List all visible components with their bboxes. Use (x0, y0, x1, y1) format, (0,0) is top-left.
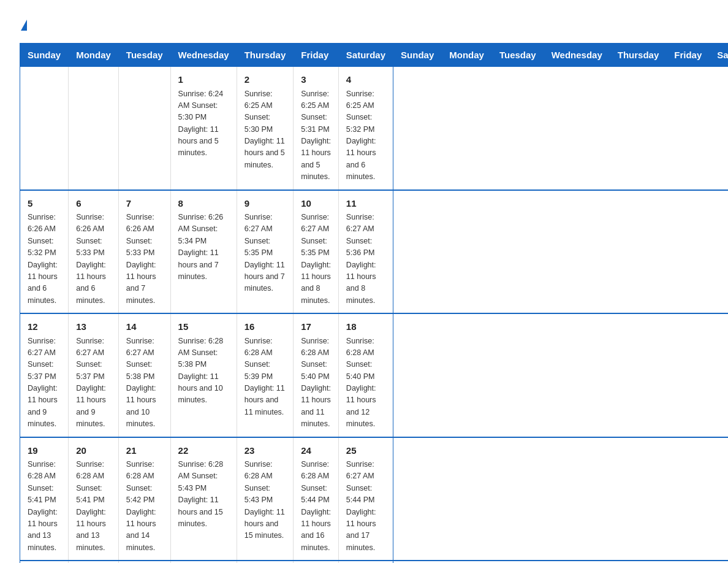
day-number: 23 (245, 444, 286, 458)
day-number: 7 (126, 197, 163, 211)
day-info: Sunrise: 6:27 AM Sunset: 5:36 PM Dayligh… (346, 212, 385, 307)
day-info: Sunrise: 6:26 AM Sunset: 5:32 PM Dayligh… (28, 212, 61, 307)
day-number: 5 (28, 197, 61, 211)
calendar-cell: 19Sunrise: 6:28 AM Sunset: 5:41 PM Dayli… (20, 437, 69, 561)
header-day-friday: Friday (294, 44, 339, 67)
day-number: 16 (245, 320, 286, 334)
day-number: 20 (76, 444, 111, 458)
calendar-cell: 22Sunrise: 6:28 AM Sunset: 5:43 PM Dayli… (170, 437, 237, 561)
day-number: 2 (245, 73, 286, 87)
header-saturday: Saturday (710, 44, 728, 67)
day-info: Sunrise: 6:28 AM Sunset: 5:43 PM Dayligh… (245, 459, 286, 542)
day-info: Sunrise: 6:27 AM Sunset: 5:37 PM Dayligh… (76, 335, 111, 431)
day-info: Sunrise: 6:28 AM Sunset: 5:43 PM Dayligh… (178, 459, 229, 530)
calendar-cell: 30Sunrise: 6:27 AM Sunset: 5:47 PM Dayli… (237, 561, 294, 563)
day-number: 10 (301, 197, 331, 211)
day-number: 13 (76, 320, 111, 334)
header-friday: Friday (667, 44, 710, 67)
day-info: Sunrise: 6:28 AM Sunset: 5:40 PM Dayligh… (346, 335, 385, 431)
day-number: 1 (178, 73, 229, 87)
day-info: Sunrise: 6:26 AM Sunset: 5:33 PM Dayligh… (126, 212, 163, 307)
day-number: 17 (301, 320, 331, 334)
calendar-cell: 5Sunrise: 6:26 AM Sunset: 5:32 PM Daylig… (20, 190, 69, 314)
day-number: 24 (301, 444, 331, 458)
logo (20, 15, 27, 32)
header-sunday: Sunday (393, 44, 442, 67)
day-number: 19 (28, 444, 61, 458)
header-day-monday: Monday (69, 44, 119, 67)
calendar-cell: 11Sunrise: 6:27 AM Sunset: 5:36 PM Dayli… (338, 190, 393, 314)
calendar-cell: 9Sunrise: 6:27 AM Sunset: 5:35 PM Daylig… (237, 190, 294, 314)
day-number: 11 (346, 197, 385, 211)
calendar-cell: 16Sunrise: 6:28 AM Sunset: 5:39 PM Dayli… (237, 313, 294, 437)
calendar-week-row: 1Sunrise: 6:24 AM Sunset: 5:30 PM Daylig… (20, 67, 729, 190)
calendar-cell: 8Sunrise: 6:26 AM Sunset: 5:34 PM Daylig… (170, 190, 237, 314)
day-info: Sunrise: 6:25 AM Sunset: 5:31 PM Dayligh… (301, 88, 331, 183)
day-number: 22 (178, 444, 229, 458)
day-number: 8 (178, 197, 229, 211)
calendar-cell: 29Sunrise: 6:27 AM Sunset: 5:47 PM Dayli… (170, 561, 237, 563)
day-number: 9 (245, 197, 286, 211)
calendar-week-row: 5Sunrise: 6:26 AM Sunset: 5:32 PM Daylig… (20, 190, 729, 314)
calendar-cell: 14Sunrise: 6:27 AM Sunset: 5:38 PM Dayli… (118, 313, 170, 437)
day-info: Sunrise: 6:27 AM Sunset: 5:35 PM Dayligh… (245, 212, 286, 295)
calendar-cell: 17Sunrise: 6:28 AM Sunset: 5:40 PM Dayli… (294, 313, 339, 437)
header-day-sunday: Sunday (20, 44, 69, 67)
day-number: 12 (28, 320, 61, 334)
day-info: Sunrise: 6:28 AM Sunset: 5:38 PM Dayligh… (178, 335, 229, 407)
calendar-cell: 3Sunrise: 6:25 AM Sunset: 5:31 PM Daylig… (294, 67, 339, 190)
calendar-cell: 2Sunrise: 6:25 AM Sunset: 5:30 PM Daylig… (237, 67, 294, 190)
day-info: Sunrise: 6:28 AM Sunset: 5:40 PM Dayligh… (301, 335, 331, 431)
calendar-cell: 18Sunrise: 6:28 AM Sunset: 5:40 PM Dayli… (338, 313, 393, 437)
calendar-cell (69, 67, 119, 190)
calendar-week-row: 26Sunrise: 6:27 AM Sunset: 5:45 PM Dayli… (20, 561, 729, 563)
day-info: Sunrise: 6:27 AM Sunset: 5:35 PM Dayligh… (301, 212, 331, 307)
header-tuesday: Tuesday (491, 44, 544, 67)
calendar-week-row: 12Sunrise: 6:27 AM Sunset: 5:37 PM Dayli… (20, 313, 729, 437)
calendar-cell: 7Sunrise: 6:26 AM Sunset: 5:33 PM Daylig… (118, 190, 170, 314)
day-info: Sunrise: 6:27 AM Sunset: 5:37 PM Dayligh… (28, 335, 61, 431)
day-info: Sunrise: 6:27 AM Sunset: 5:38 PM Dayligh… (126, 335, 163, 431)
day-info: Sunrise: 6:28 AM Sunset: 5:41 PM Dayligh… (76, 459, 111, 554)
header-thursday: Thursday (610, 44, 667, 67)
day-info: Sunrise: 6:28 AM Sunset: 5:39 PM Dayligh… (245, 335, 286, 419)
calendar-cell (118, 67, 170, 190)
calendar-cell: 4Sunrise: 6:25 AM Sunset: 5:32 PM Daylig… (338, 67, 393, 190)
calendar-cell: 25Sunrise: 6:27 AM Sunset: 5:44 PM Dayli… (338, 437, 393, 561)
day-info: Sunrise: 6:26 AM Sunset: 5:34 PM Dayligh… (178, 212, 229, 283)
calendar-cell: 21Sunrise: 6:28 AM Sunset: 5:42 PM Dayli… (118, 437, 170, 561)
day-number: 14 (126, 320, 163, 334)
calendar-cell: 26Sunrise: 6:27 AM Sunset: 5:45 PM Dayli… (20, 561, 69, 563)
day-info: Sunrise: 6:24 AM Sunset: 5:30 PM Dayligh… (178, 88, 229, 159)
header-monday: Monday (442, 44, 492, 67)
calendar-cell (20, 67, 69, 190)
calendar-cell: 31Sunrise: 6:26 AM Sunset: 5:48 PM Dayli… (294, 561, 339, 563)
calendar-cell: 6Sunrise: 6:26 AM Sunset: 5:33 PM Daylig… (69, 190, 119, 314)
day-info: Sunrise: 6:28 AM Sunset: 5:44 PM Dayligh… (301, 459, 331, 554)
day-info: Sunrise: 6:25 AM Sunset: 5:32 PM Dayligh… (346, 88, 385, 183)
calendar-cell: 27Sunrise: 6:27 AM Sunset: 5:46 PM Dayli… (69, 561, 119, 563)
header-day-wednesday: Wednesday (170, 44, 237, 67)
day-info: Sunrise: 6:28 AM Sunset: 5:42 PM Dayligh… (126, 459, 163, 554)
calendar-cell: 15Sunrise: 6:28 AM Sunset: 5:38 PM Dayli… (170, 313, 237, 437)
header-day-saturday: Saturday (338, 44, 393, 67)
day-info: Sunrise: 6:25 AM Sunset: 5:30 PM Dayligh… (245, 88, 286, 172)
day-number: 25 (346, 444, 385, 458)
calendar-cell: 12Sunrise: 6:27 AM Sunset: 5:37 PM Dayli… (20, 313, 69, 437)
day-number: 18 (346, 320, 385, 334)
calendar-cell: 28Sunrise: 6:27 AM Sunset: 5:46 PM Dayli… (118, 561, 170, 563)
header-day-thursday: Thursday (237, 44, 294, 67)
calendar-table: SundayMondayTuesdayWednesdayThursdayFrid… (20, 43, 728, 563)
calendar-cell: 13Sunrise: 6:27 AM Sunset: 5:37 PM Dayli… (69, 313, 119, 437)
calendar-cell: 10Sunrise: 6:27 AM Sunset: 5:35 PM Dayli… (294, 190, 339, 314)
calendar-cell: 23Sunrise: 6:28 AM Sunset: 5:43 PM Dayli… (237, 437, 294, 561)
calendar-cell (338, 561, 393, 563)
day-info: Sunrise: 6:28 AM Sunset: 5:41 PM Dayligh… (28, 459, 61, 554)
page-header (20, 15, 708, 32)
day-number: 4 (346, 73, 385, 87)
calendar-cell: 1Sunrise: 6:24 AM Sunset: 5:30 PM Daylig… (170, 67, 237, 190)
day-number: 15 (178, 320, 229, 334)
day-info: Sunrise: 6:26 AM Sunset: 5:33 PM Dayligh… (76, 212, 111, 307)
header-day-tuesday: Tuesday (118, 44, 170, 67)
day-info: Sunrise: 6:27 AM Sunset: 5:44 PM Dayligh… (346, 459, 385, 554)
